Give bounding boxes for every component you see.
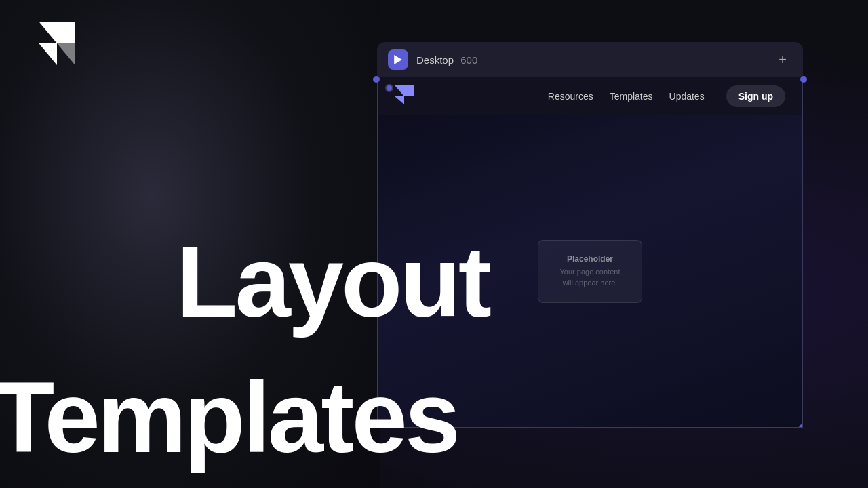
svg-marker-4 xyxy=(395,85,414,96)
svg-marker-0 xyxy=(39,22,75,43)
resize-handle-tl[interactable] xyxy=(373,76,380,83)
placeholder-title: Placeholder xyxy=(560,254,620,264)
play-button[interactable] xyxy=(388,49,408,70)
preview-content-area: Resources Templates Updates Sign up Plac… xyxy=(377,77,803,428)
svg-marker-2 xyxy=(57,43,75,65)
preview-device-label: Desktop 600 xyxy=(416,54,765,66)
preview-window: Desktop 600 + Resources Templates Update… xyxy=(377,42,803,428)
placeholder-subtitle: Your page contentwill appear here. xyxy=(560,266,620,289)
svg-marker-3 xyxy=(394,55,402,64)
nav-link-updates[interactable]: Updates xyxy=(669,91,705,102)
signup-button[interactable]: Sign up xyxy=(726,85,785,107)
framer-logo xyxy=(35,22,79,65)
preview-navbar: Resources Templates Updates Sign up xyxy=(378,77,802,115)
svg-marker-1 xyxy=(39,43,57,65)
resize-handle-tr[interactable] xyxy=(800,76,807,83)
person-photo-area xyxy=(0,0,380,488)
preview-hero-area: Placeholder Your page contentwill appear… xyxy=(378,115,802,427)
preview-topbar: Desktop 600 + xyxy=(377,42,803,77)
preview-site-logo xyxy=(395,85,414,107)
device-name: Desktop xyxy=(416,54,454,66)
preview-nav-links: Resources Templates Updates Sign up xyxy=(548,85,785,107)
nav-link-resources[interactable]: Resources xyxy=(548,91,593,102)
nav-link-templates[interactable]: Templates xyxy=(610,91,653,102)
svg-marker-5 xyxy=(395,96,404,104)
selection-indicator xyxy=(385,84,393,92)
device-count: 600 xyxy=(460,54,477,66)
placeholder-box: Placeholder Your page contentwill appear… xyxy=(538,240,643,303)
add-button[interactable]: + xyxy=(773,50,792,69)
resize-handle-br[interactable] xyxy=(799,424,803,428)
